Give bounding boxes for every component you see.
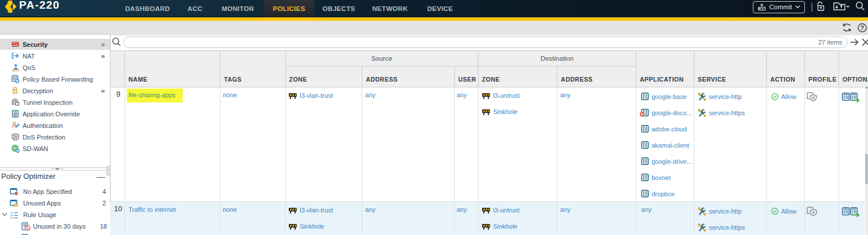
svg-text:QoS: QoS <box>12 68 19 72</box>
svg-text:?: ? <box>860 24 864 31</box>
